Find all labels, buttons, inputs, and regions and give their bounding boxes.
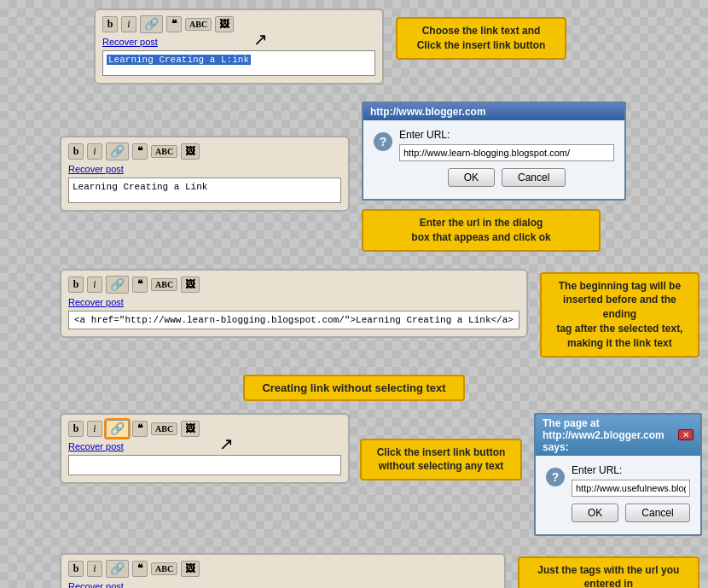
italic-btn-3[interactable]: i: [87, 277, 102, 293]
url-dialog-1: http://www.blogger.com ? Enter URL: OK C…: [362, 102, 626, 201]
section-4: b i 🔗 ❝ ABC 🖼 ↗ Recover post Click the i…: [60, 413, 699, 536]
editor-text-2: Learning Creating a Link: [73, 182, 207, 192]
link-btn-2[interactable]: 🔗: [106, 143, 129, 160]
editor-panel-1: b i 🔗 ❝ ABC 🖼 ↗ Recover post Learning Cr…: [94, 9, 384, 84]
spellcheck-btn-3[interactable]: ABC: [151, 278, 177, 291]
image-btn[interactable]: 🖼: [215, 16, 234, 32]
link-btn-3[interactable]: 🔗: [106, 276, 129, 294]
recover-link-2[interactable]: Recover post: [68, 164, 341, 174]
dialog-title-1: http://www.blogger.com: [370, 106, 486, 118]
image-btn-3[interactable]: 🖼: [181, 277, 200, 293]
selected-text-1: Learning Creating a L:ink: [107, 55, 251, 65]
bold-btn-5[interactable]: b: [68, 561, 84, 577]
italic-btn[interactable]: i: [121, 16, 136, 32]
quote-btn-5[interactable]: ❝: [132, 561, 148, 577]
link-btn-1[interactable]: 🔗: [140, 15, 163, 33]
recover-link-5[interactable]: Recover post: [68, 581, 497, 588]
dialog-content-1: Enter URL: OK Cancel: [399, 129, 614, 190]
editor-panel-4: b i 🔗 ❝ ABC 🖼 ↗ Recover post: [60, 413, 350, 484]
code-result-1: <a href="http://www.learn-blogging.blogs…: [68, 311, 519, 329]
dialog-titlebar-2: The page at http://www2.blogger.com says…: [536, 415, 700, 456]
recover-link-1[interactable]: Recover post: [102, 37, 375, 47]
dialog-label-1: Enter URL:: [399, 129, 614, 141]
cancel-btn-1[interactable]: Cancel: [502, 168, 566, 187]
editor-content-1: Learning Creating a L:ink: [102, 50, 375, 76]
editor-panel-5: b i 🔗 ❝ ABC 🖼 Recover post <a href="http…: [60, 553, 506, 588]
dialog-label-2: Enter URL:: [572, 464, 690, 476]
image-btn-4[interactable]: 🖼: [181, 421, 200, 437]
italic-btn-5[interactable]: i: [87, 561, 102, 577]
spellcheck-btn-4[interactable]: ABC: [151, 422, 177, 435]
quote-btn[interactable]: ❝: [166, 16, 182, 32]
spellcheck-btn[interactable]: ABC: [185, 18, 212, 31]
image-btn-5[interactable]: 🖼: [181, 561, 200, 577]
dialog-icon-1: ?: [374, 132, 392, 151]
url-input-1[interactable]: [399, 144, 614, 161]
ok-btn-2[interactable]: OK: [572, 504, 618, 522]
bold-btn-2[interactable]: b: [68, 143, 84, 160]
editor-content-2: Learning Creating a Link: [68, 178, 341, 203]
section-2: b i 🔗 ❝ ABC 🖼 Recover post Learning Crea…: [60, 102, 699, 252]
tooltip-5: Just the tags with the url you entered i…: [518, 556, 699, 588]
spellcheck-btn-2[interactable]: ABC: [151, 145, 177, 158]
dialog-body-1: ? Enter URL: OK Cancel: [363, 120, 624, 199]
dialog-icon-2: ?: [546, 468, 565, 486]
link-btn-5[interactable]: 🔗: [106, 560, 129, 578]
cancel-btn-2[interactable]: Cancel: [625, 504, 689, 522]
dialog-titlebar-1: http://www.blogger.com: [363, 103, 624, 120]
editor-panel-3: b i 🔗 ❝ ABC 🖼 Recover post <a href="http…: [60, 269, 528, 338]
image-btn-2[interactable]: 🖼: [181, 143, 200, 160]
dialog-buttons-1: OK Cancel: [399, 168, 614, 190]
tooltip-3: The beginning tag will be inserted befor…: [540, 272, 699, 358]
tooltip-2: Enter the url in the dialogbox that appe…: [362, 209, 601, 252]
section-divider: Creating link without selecting text: [9, 375, 699, 401]
editor-content-4: [68, 455, 341, 475]
link-btn-4[interactable]: 🔗: [106, 420, 129, 438]
quote-btn-3[interactable]: ❝: [132, 277, 148, 293]
dialog-buttons-2: OK Cancel: [572, 504, 690, 526]
recover-link-3[interactable]: Recover post: [68, 297, 519, 307]
quote-btn-2[interactable]: ❝: [132, 143, 148, 160]
toolbar-3: b i 🔗 ❝ ABC 🖼: [68, 276, 519, 294]
dialog-close-2[interactable]: ✕: [678, 429, 693, 440]
spellcheck-btn-5[interactable]: ABC: [151, 562, 177, 575]
section4-left: b i 🔗 ❝ ABC 🖼 ↗ Recover post Click the i…: [60, 413, 522, 484]
editor-panel-2: b i 🔗 ❝ ABC 🖼 Recover post Learning Crea…: [60, 136, 350, 212]
italic-btn-4[interactable]: i: [87, 421, 102, 437]
ok-btn-1[interactable]: OK: [448, 168, 495, 187]
divider-label: Creating link without selecting text: [243, 375, 464, 401]
url-input-2[interactable]: [572, 480, 690, 497]
toolbar-4: b i 🔗 ❝ ABC 🖼 ↗: [68, 420, 341, 438]
section-5: b i 🔗 ❝ ABC 🖼 Recover post <a href="http…: [60, 553, 699, 588]
toolbar-2: b i 🔗 ❝ ABC 🖼: [68, 143, 341, 160]
url-dialog-2: The page at http://www2.blogger.com says…: [534, 413, 702, 536]
bold-btn[interactable]: b: [102, 16, 118, 32]
tooltip-1: Choose the link text andClick the insert…: [396, 17, 566, 60]
dialog-title-2: The page at http://www2.blogger.com says…: [543, 417, 678, 453]
bold-btn-3[interactable]: b: [68, 277, 84, 293]
section-3: b i 🔗 ❝ ABC 🖼 Recover post <a href="http…: [60, 269, 699, 358]
section-1: b i 🔗 ❝ ABC 🖼 ↗ Recover post Learning Cr…: [94, 9, 699, 84]
toolbar-1: b i 🔗 ❝ ABC 🖼 ↗: [102, 15, 375, 33]
tooltip-4: Click the insert link buttonwithout sele…: [360, 439, 522, 481]
dialog-content-2: Enter URL: OK Cancel: [572, 464, 690, 526]
bold-btn-4[interactable]: b: [68, 421, 84, 437]
quote-btn-4[interactable]: ❝: [132, 421, 148, 437]
italic-btn-2[interactable]: i: [87, 143, 102, 160]
toolbar-5: b i 🔗 ❝ ABC 🖼: [68, 560, 497, 578]
section2-right: http://www.blogger.com ? Enter URL: OK C…: [362, 102, 626, 252]
recover-link-4[interactable]: Recover post: [68, 441, 341, 451]
dialog-body-2: ? Enter URL: OK Cancel: [536, 456, 700, 534]
